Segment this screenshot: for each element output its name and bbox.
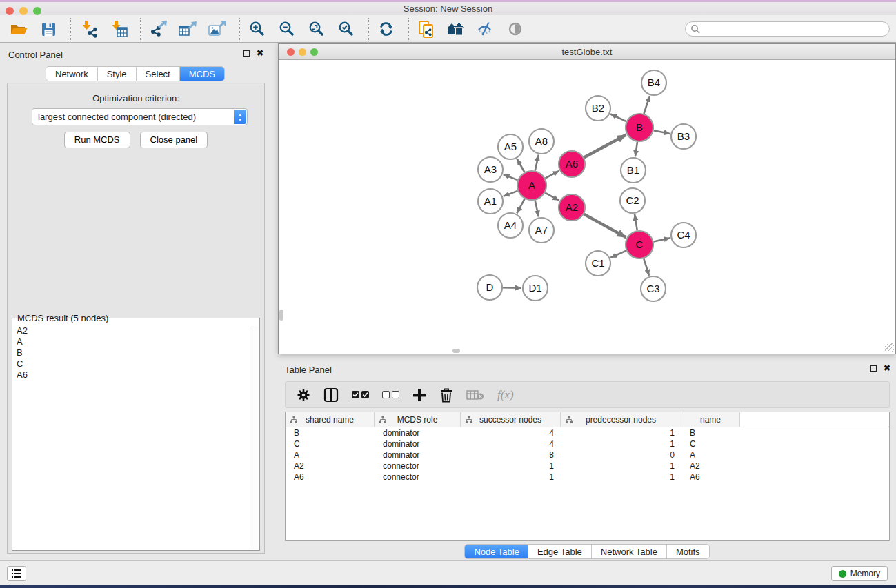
tab-node-table[interactable]: Node Table	[465, 545, 528, 558]
edge-A-A3[interactable]	[504, 174, 518, 180]
run-mcds-button[interactable]: Run MCDS	[64, 132, 130, 148]
mcds-result-list[interactable]: A2ABCA6	[13, 325, 248, 549]
zoom-fit-button[interactable]	[306, 19, 327, 39]
edge-A-A6[interactable]	[545, 171, 559, 179]
export-network-button[interactable]	[148, 19, 168, 39]
search-input[interactable]	[701, 24, 880, 34]
table-cell[interactable]: dominator	[375, 427, 461, 438]
edge-C-C2[interactable]	[635, 214, 637, 230]
mcds-result-item[interactable]: A2	[13, 325, 248, 336]
deselect-all-button[interactable]	[382, 386, 399, 404]
edge-A-A1[interactable]	[504, 191, 518, 196]
network-canvas[interactable]: B4B2BB3A8A5A6A3B1AA1C2A2A4A7C4CC1C3DD1	[279, 60, 895, 354]
close-panel-icon[interactable]: ✖	[257, 50, 263, 57]
zoom-out-button[interactable]	[277, 19, 297, 39]
tab-network[interactable]: Network	[46, 67, 98, 81]
table-cell[interactable]: 1	[561, 472, 681, 483]
edge-B-B1[interactable]	[635, 142, 637, 156]
horizontal-scroll-thumb[interactable]	[452, 349, 460, 353]
table-cell[interactable]: B	[286, 427, 375, 438]
table-cell[interactable]: 1	[461, 472, 561, 483]
close-panel-button[interactable]: Close panel	[140, 132, 208, 148]
table-cell[interactable]: 1	[561, 427, 681, 438]
edge-A2-C[interactable]	[584, 214, 626, 238]
edge-B-B4[interactable]	[644, 96, 649, 114]
show-column-button[interactable]	[323, 386, 339, 404]
table-cell[interactable]: 1	[561, 438, 681, 449]
save-session-button[interactable]	[38, 19, 59, 39]
table-cell[interactable]: A2	[286, 460, 375, 472]
memory-button[interactable]: Memory	[831, 566, 888, 581]
table-row[interactable]: Cdominator41C	[286, 438, 889, 449]
column-header-MCDS-role[interactable]: MCDS role	[375, 412, 461, 427]
tab-network-table[interactable]: Network Table	[592, 545, 667, 558]
edge-A-A4[interactable]	[517, 199, 524, 213]
table-cell[interactable]: B	[681, 427, 740, 438]
table-cell[interactable]: connector	[375, 460, 461, 472]
table-cell[interactable]: A6	[286, 472, 375, 483]
mcds-result-item[interactable]: A	[13, 336, 248, 347]
resize-grip[interactable]	[885, 343, 894, 352]
table-cell[interactable]: C	[681, 438, 740, 449]
edge-C-C3[interactable]	[644, 258, 649, 276]
table-cell[interactable]: 8	[461, 449, 561, 460]
table-cell[interactable]: A6	[681, 472, 740, 483]
table-cell[interactable]: A	[681, 449, 740, 460]
duplicate-network-button[interactable]	[416, 19, 437, 39]
delete-table-button[interactable]	[466, 386, 484, 404]
table-cell[interactable]: dominator	[375, 438, 461, 449]
import-table-button[interactable]	[108, 19, 128, 39]
tab-mcds[interactable]: MCDS	[180, 67, 224, 81]
edge-A-A8[interactable]	[535, 155, 539, 171]
table-row[interactable]: A2connector11A2	[286, 460, 889, 472]
edge-C-C1[interactable]	[610, 251, 626, 258]
close-table-panel-icon[interactable]: ✖	[884, 365, 890, 372]
edge-B-B2[interactable]	[610, 114, 626, 121]
column-header-shared-name[interactable]: shared name	[286, 412, 375, 427]
optimization-criterion-select[interactable]: largest connected component (directed) ▲…	[32, 108, 248, 125]
mcds-result-item[interactable]: A6	[13, 369, 248, 381]
float-table-panel-icon[interactable]	[870, 365, 877, 372]
function-builder-button[interactable]: f(x)	[497, 386, 514, 404]
edge-A-A5[interactable]	[517, 159, 525, 172]
table-cell[interactable]: A2	[681, 460, 740, 472]
tab-motifs[interactable]: Motifs	[667, 545, 709, 558]
table-settings-button[interactable]	[297, 386, 310, 404]
table-cell[interactable]: 0	[561, 449, 681, 460]
open-session-button[interactable]	[8, 19, 29, 39]
table-cell[interactable]: A	[286, 449, 375, 460]
column-header-predecessor-nodes[interactable]: predecessor nodes	[561, 412, 681, 427]
refresh-button[interactable]	[376, 19, 397, 39]
column-header-successor-nodes[interactable]: successor nodes	[461, 412, 561, 427]
table-row[interactable]: A6connector11A6	[286, 472, 889, 483]
table-row[interactable]: Adominator80A	[286, 449, 889, 460]
table-cell[interactable]: 1	[461, 460, 561, 472]
tab-style[interactable]: Style	[98, 67, 137, 81]
edge-C-C4[interactable]	[654, 238, 670, 241]
delete-row-button[interactable]	[439, 386, 453, 404]
column-header-name[interactable]: name	[681, 412, 740, 427]
mcds-result-item[interactable]: C	[13, 358, 248, 369]
export-image-button[interactable]	[207, 19, 228, 39]
search-field[interactable]	[685, 21, 890, 37]
tab-edge-table[interactable]: Edge Table	[528, 545, 592, 558]
select-all-button[interactable]	[352, 386, 369, 404]
task-history-button[interactable]	[7, 566, 26, 581]
mcds-result-item[interactable]: B	[13, 347, 248, 358]
table-cell[interactable]: 4	[461, 427, 561, 438]
network-window-titlebar[interactable]: testGlobe.txt	[279, 44, 895, 60]
table-cell[interactable]: C	[286, 438, 375, 449]
table-cell[interactable]: 1	[561, 460, 681, 472]
show-panel-button[interactable]	[505, 19, 526, 39]
add-row-button[interactable]	[412, 386, 426, 404]
table-row[interactable]: Bdominator41B	[286, 427, 889, 438]
mcds-result-scrollbar[interactable]	[250, 326, 258, 549]
edge-A-A7[interactable]	[535, 201, 539, 217]
edge-B-B3[interactable]	[654, 130, 670, 134]
zoom-selected-button[interactable]	[336, 19, 357, 39]
hide-panel-button[interactable]	[475, 19, 496, 39]
home-button[interactable]	[446, 19, 466, 39]
import-network-button[interactable]	[78, 19, 99, 39]
table-cell[interactable]: dominator	[375, 449, 461, 460]
float-panel-icon[interactable]	[243, 50, 250, 57]
